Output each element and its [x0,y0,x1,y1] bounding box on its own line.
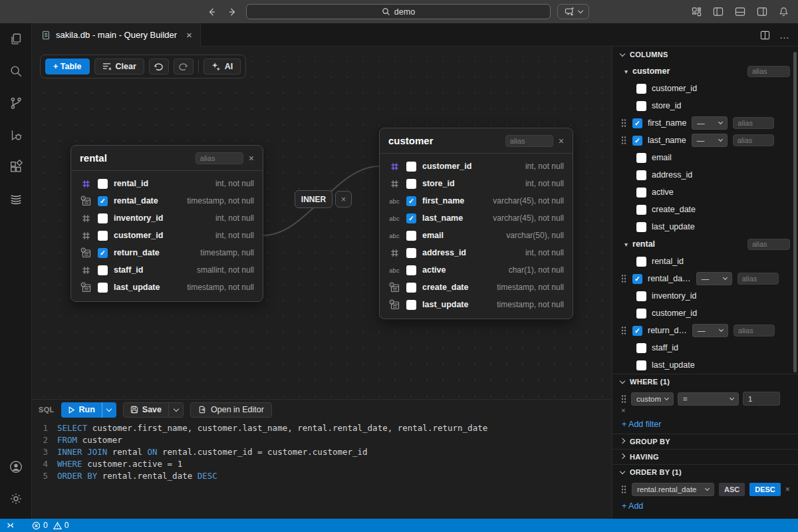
column-checkbox[interactable] [636,205,646,215]
group-alias-input[interactable] [747,66,790,77]
column-checkbox[interactable] [636,153,646,163]
column-checkbox[interactable] [636,84,646,94]
run-options-chevron[interactable] [102,402,116,418]
close-icon[interactable]: × [559,136,564,146]
column-checkbox[interactable] [636,309,646,319]
field-checkbox[interactable] [406,179,416,189]
join-type-badge[interactable]: INNER [295,190,332,208]
orderby-section-header[interactable]: ORDER BY (1) [612,464,798,479]
column-alias-input[interactable] [733,134,774,146]
aggregate-select[interactable]: — [692,134,728,147]
field-checkbox[interactable]: ✓ [98,196,108,206]
extensions-icon[interactable] [0,151,32,183]
columns-section-header[interactable]: COLUMNS [612,47,798,63]
ai-button[interactable]: AI [203,59,241,74]
add-filter-link[interactable]: + Add filter [612,416,798,434]
customize-layout-icon[interactable] [692,7,702,17]
column-checkbox[interactable]: ✓ [632,118,642,128]
column-alias-input[interactable] [733,117,774,129]
column-checkbox[interactable]: ✓ [632,274,642,284]
drag-handle-icon[interactable] [620,326,627,335]
table-card-customer[interactable]: customer × customer_idint, not nullstore… [379,128,573,319]
forward-arrow-icon[interactable] [227,7,238,17]
toggle-primary-sidebar-icon[interactable] [713,7,724,17]
aggregate-select[interactable]: — [692,324,728,337]
close-icon[interactable]: × [186,29,192,41]
close-icon[interactable]: × [249,153,254,164]
column-alias-input[interactable] [733,325,775,336]
where-field-select[interactable]: custom [631,392,674,406]
sql-editor[interactable]: 1SELECT customer.first_name, customer.la… [32,420,612,482]
where-value-input[interactable] [743,392,780,406]
search-sidebar-icon[interactable] [0,55,32,87]
remote-indicator[interactable] [0,519,20,532]
undo-button[interactable] [149,59,169,74]
drag-handle-icon[interactable] [620,485,627,494]
table-alias-input[interactable] [196,152,243,164]
remove-order-icon[interactable]: × [785,485,790,494]
problems-indicator[interactable]: 0 0 [27,519,74,532]
source-control-icon[interactable] [0,87,32,119]
column-checkbox[interactable]: ✓ [632,326,642,336]
add-table-button[interactable]: + Table [45,59,90,74]
save-options-chevron[interactable] [168,403,183,417]
field-checkbox[interactable]: ✓ [98,248,108,258]
settings-gear-icon[interactable] [0,483,32,515]
column-checkbox[interactable] [636,101,646,111]
drag-handle-icon[interactable] [620,118,627,128]
copilot-menu-button[interactable] [557,4,589,19]
orderby-field-select[interactable]: rental.rental_date [632,483,714,496]
aggregate-select[interactable]: — [696,272,732,285]
field-checkbox[interactable] [98,213,108,223]
scrollbar-thumb[interactable] [793,52,797,372]
field-checkbox[interactable]: ✓ [406,213,416,223]
column-alias-input[interactable] [737,273,779,285]
field-checkbox[interactable] [406,231,416,241]
remove-filter-icon[interactable]: × [612,406,798,416]
desc-button[interactable]: DESC [749,483,781,496]
field-checkbox[interactable]: ✓ [406,196,416,206]
split-editor-icon[interactable] [760,31,770,40]
field-checkbox[interactable] [406,265,416,275]
run-button[interactable]: Run [61,402,102,418]
having-section-header[interactable]: HAVING [612,449,798,464]
column-checkbox[interactable] [636,222,646,232]
asc-button[interactable]: ASC [719,483,745,496]
column-group-header[interactable]: ▾customer [612,63,798,80]
explorer-icon[interactable] [0,23,32,55]
where-section-header[interactable]: WHERE (1) [612,374,798,389]
toggle-secondary-sidebar-icon[interactable] [757,7,767,17]
field-checkbox[interactable] [98,265,108,275]
run-debug-icon[interactable] [0,119,32,151]
field-checkbox[interactable] [406,248,416,258]
column-checkbox[interactable] [636,343,646,353]
field-checkbox[interactable] [98,179,108,189]
column-checkbox[interactable] [636,360,646,370]
remove-join-icon[interactable]: × [335,191,352,207]
column-checkbox[interactable] [636,170,646,180]
field-checkbox[interactable] [406,162,416,172]
tab-query-builder[interactable]: sakila.db - main - Query Builder × [32,23,201,47]
bell-icon[interactable] [779,7,789,17]
open-in-editor-button[interactable]: Open in Editor [190,402,272,418]
where-operator-select[interactable]: = [678,392,739,406]
drag-handle-icon[interactable] [620,394,627,404]
drag-handle-icon[interactable] [620,274,627,283]
save-button[interactable]: Save [124,403,168,417]
more-actions-icon[interactable]: … [779,29,790,41]
field-checkbox[interactable] [406,300,416,310]
redo-button[interactable] [174,59,194,74]
column-checkbox[interactable] [636,257,646,267]
aggregate-select[interactable]: — [692,116,728,130]
field-checkbox[interactable] [98,231,108,241]
column-checkbox[interactable]: ✓ [632,136,642,146]
back-arrow-icon[interactable] [206,7,217,17]
command-center-search[interactable]: demo [246,4,551,19]
database-extension-icon[interactable] [0,183,32,215]
table-card-rental[interactable]: rental × rental_idint, not null✓rental_d… [70,145,263,302]
toggle-panel-icon[interactable] [735,7,745,17]
drag-handle-icon[interactable] [620,136,627,145]
groupby-section-header[interactable]: GROUP BY [612,434,798,449]
group-alias-input[interactable] [747,239,790,250]
query-builder-canvas[interactable]: + Table Clear AI [32,47,612,399]
